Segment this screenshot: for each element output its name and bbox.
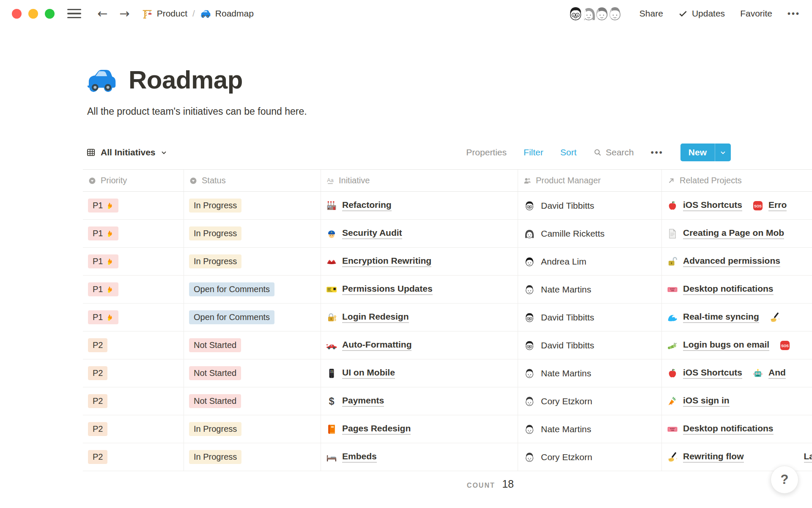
priority-cell[interactable]: P1 [83,276,184,303]
more-options-button[interactable]: ••• [787,9,800,19]
column-header-product-manager[interactable]: Product Manager [518,170,662,191]
related-projects-cell[interactable]: Real-time syncing [662,304,812,331]
updates-button[interactable]: Updates [678,8,725,19]
table-count[interactable]: COUNT 18 [83,478,518,490]
related-projects-cell[interactable]: Login bugs on emailSOS [662,331,812,359]
product-manager-cell[interactable]: David Tibbitts [518,331,662,359]
initiative-page-link[interactable]: Login Redesign [342,312,409,323]
related-project-link[interactable]: Rewriting flow [667,451,744,463]
column-header-status[interactable]: Status [184,170,321,191]
breadcrumb-item-product[interactable]: Product [142,8,187,19]
priority-cell[interactable]: P2 [83,443,184,471]
related-project-link[interactable]: iOS Shortcuts [667,200,742,211]
initiative-cell[interactable]: Login Redesign [321,304,518,331]
initiative-cell[interactable]: Permissions Updates [321,276,518,303]
sort-button[interactable]: Sort [560,147,577,157]
initiative-cell[interactable]: UI on Mobile [321,359,518,387]
status-cell[interactable]: Not Started [184,387,321,415]
status-cell[interactable]: Open for Comments [184,276,321,303]
help-button[interactable]: ? [771,466,798,494]
initiative-cell[interactable]: Pages Redesign [321,415,518,443]
related-project-link[interactable]: Creating a Page on Mob [667,228,784,239]
product-manager-cell[interactable]: Nate Martins [518,359,662,387]
priority-cell[interactable]: P1 [83,220,184,247]
page-car-icon[interactable] [85,64,118,96]
related-project-link[interactable]: And [752,367,786,379]
related-projects-cell[interactable]: iOS ShortcutsSOSErro [662,192,812,219]
status-cell[interactable]: In Progress [184,220,321,247]
product-manager-cell[interactable]: Andrea Lim [518,248,662,275]
share-button[interactable]: Share [639,8,663,19]
status-cell[interactable]: In Progress [184,192,321,219]
new-dropdown-button[interactable] [715,144,731,161]
product-manager-cell[interactable]: Nate Martins [518,276,662,303]
initiative-cell[interactable]: Auto-Formatting [321,331,518,359]
minimize-window-button[interactable] [28,9,38,19]
initiative-page-link[interactable]: Payments [342,395,384,407]
status-cell[interactable]: Not Started [184,359,321,387]
related-projects-cell[interactable]: iOS sign in [662,387,812,415]
avatar-david[interactable] [566,4,585,23]
initiative-page-link[interactable]: Refactoring [342,200,392,211]
product-manager-cell[interactable]: David Tibbitts [518,304,662,331]
priority-cell[interactable]: P2 [83,415,184,443]
properties-button[interactable]: Properties [466,147,507,157]
related-project-link[interactable]: iOS Shortcuts [667,367,742,379]
related-projects-cell[interactable]: Creating a Page on Mob [662,220,812,247]
initiative-cell[interactable]: Embeds [321,443,518,471]
product-manager-cell[interactable]: Cory Etzkorn [518,387,662,415]
filter-button[interactable]: Filter [524,147,543,157]
column-header-related-projects[interactable]: Related Projects [662,170,812,191]
related-project-link[interactable]: SOS [779,340,796,351]
priority-cell[interactable]: P2 [83,331,184,359]
related-projects-cell[interactable]: ADMITONEDesktop notifications [662,276,812,303]
priority-cell[interactable]: P2 [83,387,184,415]
status-cell[interactable]: Not Started [184,331,321,359]
initiative-cell[interactable]: Encryption Rewriting [321,248,518,275]
new-record-button[interactable]: New [680,144,731,161]
product-manager-cell[interactable]: David Tibbitts [518,192,662,219]
initiative-page-link[interactable]: Pages Redesign [342,423,411,435]
related-project-link[interactable]: Advanced permissions [667,256,780,267]
status-cell[interactable]: In Progress [184,248,321,275]
related-project-link[interactable]: SOSErro [752,200,787,211]
priority-cell[interactable]: P1 [83,304,184,331]
related-projects-cell[interactable]: iOS ShortcutsAnd [662,359,812,387]
related-project-link[interactable]: Login bugs on email [667,340,769,351]
initiative-page-link[interactable]: Permissions Updates [342,284,433,295]
breadcrumb-item-roadmap[interactable]: Roadmap [200,8,254,19]
close-window-button[interactable] [12,9,22,19]
related-project-link[interactable]: ADMITONEDesktop notifications [667,423,774,435]
favorite-button[interactable]: Favorite [740,8,772,19]
initiative-page-link[interactable]: Embeds [342,451,377,463]
related-project-link[interactable]: ADMITONEDesktop notifications [667,284,774,295]
product-manager-cell[interactable]: Nate Martins [518,415,662,443]
initiative-page-link[interactable]: Encryption Rewriting [342,256,431,267]
initiative-cell[interactable]: Refactoring [321,192,518,219]
priority-cell[interactable]: P2 [83,359,184,387]
related-projects-cell[interactable]: Advanced permissions [662,248,812,275]
column-header-initiative[interactable]: AaInitiative [321,170,518,191]
related-project-link[interactable]: Real-time syncing [667,312,759,323]
search-button[interactable]: Search [593,147,634,157]
initiative-cell[interactable]: Security Audit [321,220,518,247]
view-switcher[interactable]: All Initiatives [86,147,167,157]
status-cell[interactable]: Open for Comments [184,304,321,331]
sidebar-menu-icon[interactable] [67,9,81,19]
priority-cell[interactable]: P1 [83,248,184,275]
initiative-cell[interactable]: $Payments [321,387,518,415]
related-projects-cell[interactable]: ADMITONEDesktop notifications [662,415,812,443]
priority-cell[interactable]: P1 [83,192,184,219]
initiative-page-link[interactable]: Auto-Formatting [342,340,411,351]
initiative-page-link[interactable]: Security Audit [342,228,402,239]
status-cell[interactable]: In Progress [184,415,321,443]
status-cell[interactable]: In Progress [184,443,321,471]
related-project-link[interactable] [769,312,785,323]
related-project-link[interactable]: iOS sign in [667,395,730,407]
view-more-button[interactable]: ••• [651,148,664,157]
forward-arrow-icon[interactable]: → [119,8,129,20]
related-project-link[interactable]: Lan [804,451,812,463]
column-header-priority[interactable]: Priority [83,170,184,191]
zoom-window-button[interactable] [45,9,55,19]
initiative-page-link[interactable]: UI on Mobile [342,367,395,379]
